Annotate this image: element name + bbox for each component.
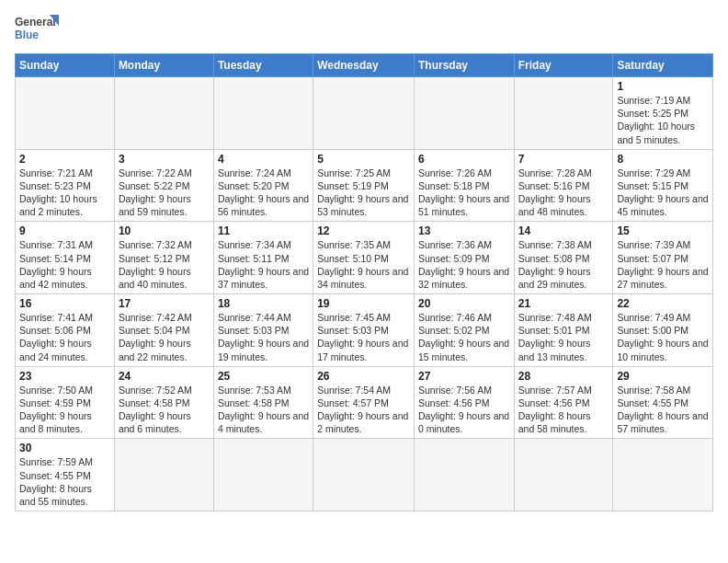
day-info: Sunrise: 7:42 AMSunset: 5:04 PMDaylight:… xyxy=(119,311,210,363)
day-cell: 22Sunrise: 7:49 AMSunset: 5:00 PMDayligh… xyxy=(613,294,713,367)
day-cell xyxy=(514,439,613,511)
day-info: Sunrise: 7:28 AMSunset: 5:16 PMDaylight:… xyxy=(518,167,609,219)
day-number: 21 xyxy=(518,297,609,310)
day-cell: 15Sunrise: 7:39 AMSunset: 5:07 PMDayligh… xyxy=(613,222,713,294)
day-info: Sunrise: 7:57 AMSunset: 4:56 PMDaylight:… xyxy=(518,384,609,436)
day-cell xyxy=(114,77,213,150)
day-info: Sunrise: 7:59 AMSunset: 4:55 PMDaylight:… xyxy=(19,455,110,508)
day-info: Sunrise: 7:24 AMSunset: 5:20 PMDaylight:… xyxy=(218,167,309,219)
day-number: 14 xyxy=(518,224,609,237)
day-info: Sunrise: 7:56 AMSunset: 4:56 PMDaylight:… xyxy=(418,384,510,436)
day-cell: 21Sunrise: 7:48 AMSunset: 5:01 PMDayligh… xyxy=(514,294,613,367)
day-cell xyxy=(414,77,514,150)
day-number: 11 xyxy=(218,224,309,237)
day-cell: 3Sunrise: 7:22 AMSunset: 5:22 PMDaylight… xyxy=(114,149,213,222)
day-info: Sunrise: 7:39 AMSunset: 5:07 PMDaylight:… xyxy=(617,238,709,291)
day-number: 4 xyxy=(218,153,309,166)
week-row-3: 9Sunrise: 7:31 AMSunset: 5:14 PMDaylight… xyxy=(16,222,713,294)
day-info: Sunrise: 7:25 AMSunset: 5:19 PMDaylight:… xyxy=(317,167,410,219)
day-cell: 4Sunrise: 7:24 AMSunset: 5:20 PMDaylight… xyxy=(213,149,313,222)
weekday-tuesday: Tuesday xyxy=(213,54,313,77)
day-cell: 30Sunrise: 7:59 AMSunset: 4:55 PMDayligh… xyxy=(16,439,115,511)
day-info: Sunrise: 7:38 AMSunset: 5:08 PMDaylight:… xyxy=(518,238,609,291)
weekday-thursday: Thursday xyxy=(414,54,514,77)
day-info: Sunrise: 7:36 AMSunset: 5:09 PMDaylight:… xyxy=(418,238,510,291)
day-number: 29 xyxy=(617,370,709,383)
day-cell: 2Sunrise: 7:21 AMSunset: 5:23 PMDaylight… xyxy=(16,149,115,222)
week-row-1: 1Sunrise: 7:19 AMSunset: 5:25 PMDaylight… xyxy=(16,77,713,150)
day-info: Sunrise: 7:29 AMSunset: 5:15 PMDaylight:… xyxy=(617,167,709,219)
day-info: Sunrise: 7:31 AMSunset: 5:14 PMDaylight:… xyxy=(19,238,110,291)
day-number: 22 xyxy=(617,297,709,310)
day-cell xyxy=(114,439,213,511)
day-number: 28 xyxy=(518,370,609,383)
day-cell: 12Sunrise: 7:35 AMSunset: 5:10 PMDayligh… xyxy=(313,222,415,294)
day-info: Sunrise: 7:22 AMSunset: 5:22 PMDaylight:… xyxy=(119,167,210,219)
day-number: 30 xyxy=(19,442,110,454)
day-cell xyxy=(313,77,415,150)
day-number: 23 xyxy=(19,370,110,383)
day-info: Sunrise: 7:34 AMSunset: 5:11 PMDaylight:… xyxy=(218,238,309,291)
generalblue-logo-icon: General Blue xyxy=(15,13,61,48)
svg-text:General: General xyxy=(15,16,56,29)
week-row-2: 2Sunrise: 7:21 AMSunset: 5:23 PMDaylight… xyxy=(16,149,713,222)
weekday-sunday: Sunday xyxy=(16,54,115,77)
day-cell: 25Sunrise: 7:53 AMSunset: 4:58 PMDayligh… xyxy=(213,366,313,439)
day-number: 18 xyxy=(218,297,309,310)
day-cell xyxy=(313,439,415,511)
day-cell xyxy=(213,77,313,150)
weekday-friday: Friday xyxy=(514,54,613,77)
day-info: Sunrise: 7:21 AMSunset: 5:23 PMDaylight:… xyxy=(19,167,110,219)
day-cell: 19Sunrise: 7:45 AMSunset: 5:03 PMDayligh… xyxy=(313,294,415,367)
calendar-table: SundayMondayTuesdayWednesdayThursdayFrid… xyxy=(15,53,713,511)
day-cell: 14Sunrise: 7:38 AMSunset: 5:08 PMDayligh… xyxy=(514,222,613,294)
day-number: 1 xyxy=(617,80,709,93)
day-number: 9 xyxy=(19,224,110,237)
day-cell: 28Sunrise: 7:57 AMSunset: 4:56 PMDayligh… xyxy=(514,366,613,439)
day-cell: 13Sunrise: 7:36 AMSunset: 5:09 PMDayligh… xyxy=(414,222,514,294)
day-info: Sunrise: 7:46 AMSunset: 5:02 PMDaylight:… xyxy=(418,311,510,363)
week-row-4: 16Sunrise: 7:41 AMSunset: 5:06 PMDayligh… xyxy=(16,294,713,367)
day-info: Sunrise: 7:26 AMSunset: 5:18 PMDaylight:… xyxy=(418,167,510,219)
day-number: 8 xyxy=(617,153,709,166)
day-cell xyxy=(613,439,713,511)
weekday-monday: Monday xyxy=(114,54,213,77)
day-number: 16 xyxy=(19,297,110,310)
week-row-5: 23Sunrise: 7:50 AMSunset: 4:59 PMDayligh… xyxy=(16,366,713,439)
header: General Blue xyxy=(15,9,713,48)
day-info: Sunrise: 7:54 AMSunset: 4:57 PMDaylight:… xyxy=(317,384,410,436)
day-info: Sunrise: 7:32 AMSunset: 5:12 PMDaylight:… xyxy=(119,238,210,291)
day-cell xyxy=(16,77,115,150)
day-cell xyxy=(514,77,613,150)
day-cell: 7Sunrise: 7:28 AMSunset: 5:16 PMDaylight… xyxy=(514,149,613,222)
week-row-6: 30Sunrise: 7:59 AMSunset: 4:55 PMDayligh… xyxy=(16,439,713,511)
day-info: Sunrise: 7:50 AMSunset: 4:59 PMDaylight:… xyxy=(19,384,110,436)
logo: General Blue xyxy=(15,13,61,48)
day-cell: 5Sunrise: 7:25 AMSunset: 5:19 PMDaylight… xyxy=(313,149,415,222)
page: General Blue SundayMondayTuesdayWednesda… xyxy=(0,0,728,521)
day-cell: 10Sunrise: 7:32 AMSunset: 5:12 PMDayligh… xyxy=(114,222,213,294)
day-number: 24 xyxy=(119,370,210,383)
day-cell: 18Sunrise: 7:44 AMSunset: 5:03 PMDayligh… xyxy=(213,294,313,367)
day-number: 5 xyxy=(317,153,410,166)
day-number: 12 xyxy=(317,224,410,237)
day-info: Sunrise: 7:41 AMSunset: 5:06 PMDaylight:… xyxy=(19,311,110,363)
weekday-header-row: SundayMondayTuesdayWednesdayThursdayFrid… xyxy=(16,54,713,77)
day-number: 13 xyxy=(418,224,510,237)
weekday-wednesday: Wednesday xyxy=(313,54,415,77)
day-cell: 24Sunrise: 7:52 AMSunset: 4:58 PMDayligh… xyxy=(114,366,213,439)
day-cell: 16Sunrise: 7:41 AMSunset: 5:06 PMDayligh… xyxy=(16,294,115,367)
weekday-saturday: Saturday xyxy=(613,54,713,77)
day-number: 15 xyxy=(617,224,709,237)
day-info: Sunrise: 7:52 AMSunset: 4:58 PMDaylight:… xyxy=(119,384,210,436)
day-cell xyxy=(414,439,514,511)
day-cell: 26Sunrise: 7:54 AMSunset: 4:57 PMDayligh… xyxy=(313,366,415,439)
day-cell: 23Sunrise: 7:50 AMSunset: 4:59 PMDayligh… xyxy=(16,366,115,439)
day-cell: 11Sunrise: 7:34 AMSunset: 5:11 PMDayligh… xyxy=(213,222,313,294)
day-info: Sunrise: 7:53 AMSunset: 4:58 PMDaylight:… xyxy=(218,384,309,436)
svg-text:Blue: Blue xyxy=(15,29,39,41)
day-number: 26 xyxy=(317,370,410,383)
day-info: Sunrise: 7:44 AMSunset: 5:03 PMDaylight:… xyxy=(218,311,309,363)
day-number: 6 xyxy=(418,153,510,166)
day-number: 19 xyxy=(317,297,410,310)
